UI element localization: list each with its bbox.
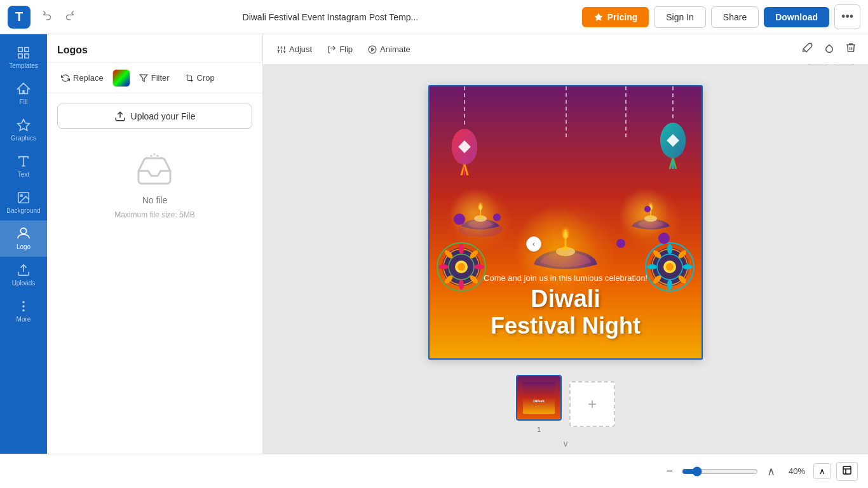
sidebar-item-fill[interactable]: Fill xyxy=(0,76,47,112)
dot-3 xyxy=(644,206,651,212)
pricing-label: Pricing xyxy=(607,12,637,22)
svg-rect-2 xyxy=(18,54,22,58)
fill-icon xyxy=(17,82,31,96)
flip-button[interactable]: Flip xyxy=(321,41,359,58)
diwali-subtitle: Come and join us in this lumious celebra… xyxy=(430,273,702,283)
replace-button[interactable]: Replace xyxy=(55,69,110,86)
string-right xyxy=(625,86,627,137)
upload-file-button[interactable]: Upload your File xyxy=(57,104,252,129)
paint-format-button[interactable] xyxy=(798,38,817,60)
page-thumb-preview: Diwali xyxy=(523,382,555,414)
svg-point-80 xyxy=(667,244,672,254)
no-file-area: No file Maximum file size: 5MB xyxy=(102,139,208,232)
color-picker-icon xyxy=(824,42,835,53)
dot-4 xyxy=(658,233,670,244)
sidebar-item-templates[interactable]: Templates xyxy=(0,39,47,76)
crop-icon xyxy=(185,74,194,83)
share-button[interactable]: Share xyxy=(711,6,759,28)
redo-button[interactable] xyxy=(60,6,79,28)
page-layout-button[interactable] xyxy=(836,462,858,481)
animate-icon xyxy=(368,45,377,54)
sidebar-label-background: Background xyxy=(6,207,40,214)
page-thumb-1[interactable]: Diwali xyxy=(516,375,562,421)
page-thumb-inner-1: Diwali xyxy=(517,376,560,419)
sidebar-item-text[interactable]: Text xyxy=(0,148,47,184)
zoom-controls: − ∧ 40% ∧ xyxy=(661,462,831,481)
filter-icon xyxy=(139,74,148,83)
lantern-left-body xyxy=(449,125,480,175)
dot-1 xyxy=(454,214,465,225)
more-icon: ••• xyxy=(841,10,853,23)
app-logo: T xyxy=(8,6,31,29)
image-toolbar: Replace Filter Crop xyxy=(47,63,262,93)
delete-button[interactable] xyxy=(841,38,860,60)
bottom-bar: − ∧ 40% ∧ xyxy=(0,454,868,488)
download-button[interactable]: Download xyxy=(764,7,829,27)
svg-point-11 xyxy=(23,306,24,307)
svg-point-66 xyxy=(459,244,464,254)
svg-rect-0 xyxy=(18,48,22,51)
string-center xyxy=(566,86,567,137)
svg-rect-1 xyxy=(25,48,29,51)
sidebar-item-uploads[interactable]: Uploads xyxy=(0,257,47,293)
pricing-button[interactable]: Pricing xyxy=(582,7,649,27)
svg-line-18 xyxy=(147,158,149,158)
sidebar-label-templates: Templates xyxy=(9,62,38,69)
add-page-button[interactable]: + xyxy=(569,381,615,427)
signin-button[interactable]: Sign In xyxy=(654,6,706,28)
logo-icon xyxy=(17,227,31,241)
design-canvas[interactable]: Come and join us in this lumious celebra… xyxy=(428,85,703,360)
diwali-title2: Festival Night xyxy=(430,313,702,339)
replace-label: Replace xyxy=(73,73,104,83)
diwali-text-overlay: Come and join us in this lumious celebra… xyxy=(430,273,702,339)
svg-point-65 xyxy=(458,263,465,271)
share-label: Share xyxy=(723,12,747,22)
paint-brush-icon xyxy=(802,42,813,53)
topbar-actions: Pricing Sign In Share Download ••• xyxy=(582,4,860,29)
background-icon xyxy=(17,191,31,205)
sidebar-label-text: Text xyxy=(18,171,29,178)
adjust-button[interactable]: Adjust xyxy=(271,41,318,58)
more-icon xyxy=(17,299,31,313)
replace-icon xyxy=(61,74,70,83)
zoom-in-button[interactable]: ∧ xyxy=(762,462,780,481)
canvas-wrapper: Come and join us in this lumious celebra… xyxy=(428,85,703,360)
svg-point-82 xyxy=(682,264,693,269)
sidebar-item-more[interactable]: More xyxy=(0,293,47,329)
sidebar-item-logo[interactable]: Logo xyxy=(0,220,47,257)
svg-marker-4 xyxy=(18,119,29,130)
sidebar-item-background[interactable]: Background xyxy=(0,184,47,220)
svg-point-79 xyxy=(666,263,674,271)
sidebar-label-more: More xyxy=(17,316,31,323)
sidebar-item-graphics[interactable]: Graphics xyxy=(0,112,47,148)
svg-point-72 xyxy=(438,264,449,269)
zoom-value: 40% xyxy=(784,466,810,476)
filter-button[interactable]: Filter xyxy=(133,69,176,86)
document-title: Diwali Festival Event Instagram Post Tem… xyxy=(84,12,577,22)
svg-point-10 xyxy=(23,302,24,303)
zoom-slider[interactable] xyxy=(682,466,758,477)
animate-button[interactable]: Animate xyxy=(362,41,417,58)
sidebar-label-fill: Fill xyxy=(20,98,28,105)
adjust-label: Adjust xyxy=(289,44,312,54)
more-options-button[interactable]: ••• xyxy=(834,4,860,29)
svg-marker-13 xyxy=(140,74,147,81)
upload-file-label: Upload your File xyxy=(131,111,196,121)
zoom-expand-button[interactable]: ∧ xyxy=(813,463,831,479)
logo-letter: T xyxy=(15,10,23,24)
sidebar: Templates Fill Graphics Text xyxy=(0,34,47,454)
zoom-out-button[interactable]: − xyxy=(661,462,678,480)
logo-panel: Logos Replace Filter Crop Upload your Fi… xyxy=(47,34,263,454)
no-file-label: No file xyxy=(142,195,168,205)
inbox-icon xyxy=(135,152,173,190)
svg-point-86 xyxy=(647,264,657,269)
animate-label: Animate xyxy=(380,44,410,54)
svg-point-12 xyxy=(23,310,24,311)
scroll-down-indicator[interactable]: ∨ xyxy=(562,438,569,449)
svg-point-8 xyxy=(20,194,22,196)
color-swatch[interactable] xyxy=(112,69,130,87)
collapse-panel-button[interactable]: ‹ xyxy=(526,236,541,252)
crop-button[interactable]: Crop xyxy=(179,69,221,86)
undo-button[interactable] xyxy=(38,6,57,28)
color-picker-button[interactable] xyxy=(820,38,839,60)
